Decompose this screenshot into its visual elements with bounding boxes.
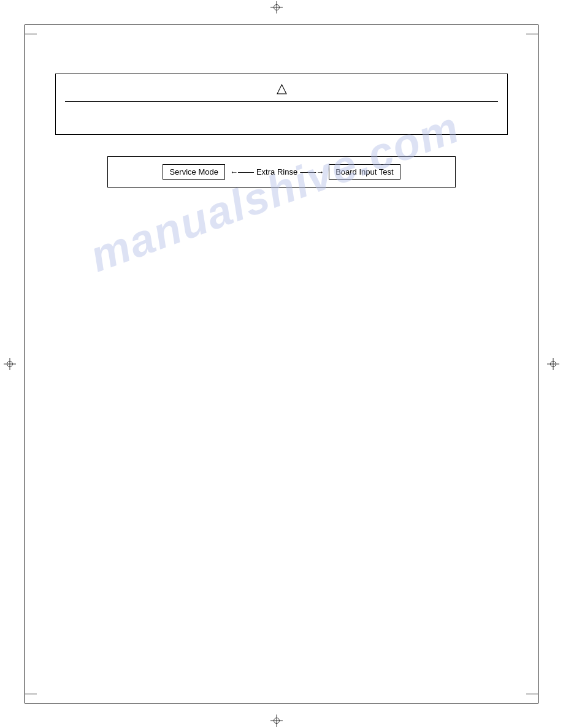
crosshair-right-center [547, 358, 559, 370]
diagram-arrow-left: ←—— Extra Rinse ——→ [230, 167, 324, 176]
crosshair-bottom-center [270, 715, 283, 727]
arrow-right-symbol: ——→ [300, 167, 324, 176]
crosshair-left-center [4, 358, 16, 370]
crosshair-top-center [270, 1, 283, 13]
arrow-left-symbol: ←—— [230, 167, 254, 176]
warning-icon: △ [277, 80, 287, 96]
board-input-test-label: Board Input Test [329, 164, 400, 180]
tick-top-left [25, 34, 37, 34]
page-border-left [25, 25, 25, 703]
tick-bottom-left [25, 694, 37, 694]
page-border-right [538, 25, 538, 703]
extra-rinse-label: Extra Rinse [256, 167, 297, 176]
page-border-bottom [25, 703, 538, 703]
tick-top-right [526, 34, 538, 34]
diagram-board-input-test: Board Input Test [329, 164, 400, 180]
diagram-service-mode: Service Mode [163, 164, 224, 180]
tick-bottom-right [526, 694, 538, 694]
warning-top-bar: △ [65, 80, 498, 102]
warning-content [65, 107, 498, 125]
warning-box: △ [55, 74, 508, 135]
page-border-top [25, 25, 538, 25]
service-mode-label: Service Mode [163, 164, 224, 180]
diagram-box: Service Mode ←—— Extra Rinse ——→ Board I… [107, 156, 456, 188]
